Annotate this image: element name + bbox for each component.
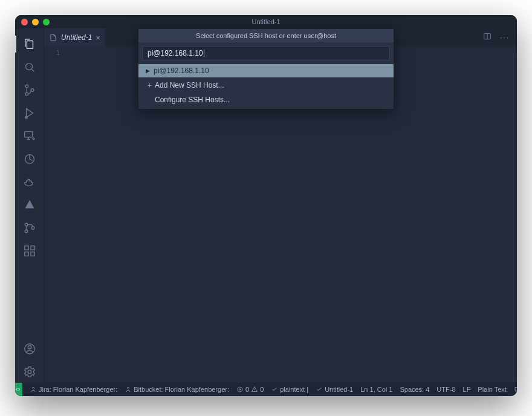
activity-bar [15,28,44,383]
svg-rect-5 [24,132,32,137]
run-debug-tab[interactable] [15,102,44,124]
close-window-button[interactable] [21,19,28,25]
quick-pick-item-configure[interactable]: Configure SSH Hosts... [138,93,394,106]
svg-rect-14 [30,246,34,250]
error-icon [236,386,244,393]
warning-icon [251,386,258,393]
docker-tab[interactable] [15,171,44,193]
svg-rect-13 [30,252,34,256]
quick-pick-input[interactable]: pi@192.168.1.10 [142,46,390,60]
person-icon [125,386,132,393]
close-tab-icon[interactable]: × [96,33,100,42]
source-control-tab[interactable] [15,79,44,101]
plus-icon: ＋ [146,80,151,91]
svg-rect-11 [24,246,28,250]
feedback-icon [514,386,517,393]
person-icon [30,386,37,393]
status-plaintext[interactable]: plaintext | [267,386,312,393]
quick-pick-list: ▶ pi@192.168.1.10 ＋ Add New SSH Host... … [138,64,394,109]
status-eol[interactable]: LF [459,386,475,393]
editor-tab-untitled[interactable]: Untitled-1 × [44,28,106,47]
svg-point-6 [33,138,34,140]
extensions-tab[interactable] [15,240,44,262]
svg-point-10 [31,227,34,230]
accounts-button[interactable] [15,338,44,360]
status-encoding[interactable]: UTF-8 [433,386,459,393]
quick-pick-title: Select configured SSH host or enter user… [138,29,394,42]
split-editor-icon[interactable] [483,32,491,43]
quick-pick: Select configured SSH host or enter user… [138,28,394,109]
more-actions-icon[interactable]: ··· [500,33,510,42]
status-ln-col[interactable]: Ln 1, Col 1 [357,386,396,393]
svg-point-2 [25,93,28,96]
status-spaces[interactable]: Spaces: 4 [396,386,433,393]
status-file[interactable]: Untitled-1 [312,386,357,393]
status-bitbucket[interactable]: Bitbucket: Florian Kapfenberger: [121,386,233,393]
line-numbers: 1 [44,47,65,383]
quick-pick-item-add[interactable]: ＋ Add New SSH Host... [138,77,394,93]
status-language[interactable]: Plain Text [474,386,510,393]
quick-pick-item-host[interactable]: ▶ pi@192.168.1.10 [138,64,394,77]
search-tab[interactable] [15,56,44,78]
svg-point-20 [128,388,129,389]
tab-label: Untitled-1 [61,33,92,42]
text-caret [204,50,204,57]
svg-rect-12 [24,252,28,256]
remote-explorer-tab[interactable] [15,125,44,147]
svg-point-0 [25,63,32,70]
status-jira[interactable]: Jira: Florian Kapfenberger: [26,386,121,393]
status-problems[interactable]: 0 0 [233,386,267,393]
extension-tab-1[interactable] [15,148,44,170]
svg-point-16 [28,346,31,349]
status-feedback[interactable] [510,386,517,393]
extension-tab-2[interactable] [15,194,44,216]
minimize-window-button[interactable] [32,19,39,25]
svg-point-1 [25,85,28,88]
vscode-window: Untitled-1 [15,15,517,396]
check-icon [316,386,323,393]
svg-point-3 [31,89,34,92]
svg-point-19 [33,388,34,389]
explorer-tab[interactable] [15,33,44,55]
remote-indicator[interactable] [15,383,22,396]
title-bar: Untitled-1 [15,15,517,28]
file-icon [49,33,57,42]
arrow-right-icon: ▶ [146,68,150,74]
git-graph-tab[interactable] [15,217,44,239]
svg-point-8 [25,223,28,226]
status-bar: Jira: Florian Kapfenberger: Bitbucket: F… [15,383,517,396]
settings-button[interactable] [15,361,44,383]
window-title: Untitled-1 [15,18,517,25]
window-controls [21,19,50,25]
svg-point-17 [28,370,31,374]
svg-point-9 [25,230,28,233]
check-icon [271,386,278,393]
maximize-window-button[interactable] [43,19,50,25]
